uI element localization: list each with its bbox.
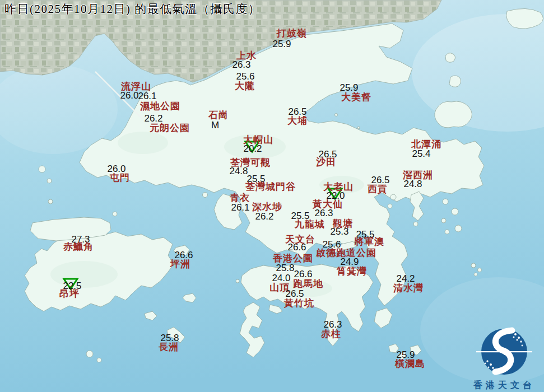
station-label-layer: 25.9打鼓嶺26.3上水25.6大隴26.0流浮山26.1濕地公園26.2元朗… <box>0 0 544 392</box>
station-value: 26.6 <box>294 269 312 279</box>
station-value: 25.6 <box>236 72 254 81</box>
station-value: 26.3 <box>232 60 250 69</box>
station-name: 長洲 <box>159 342 179 352</box>
station-name: 深水埗 <box>252 202 282 212</box>
station-name: 昂坪 <box>59 289 80 298</box>
station-name: 天文台 <box>285 235 315 244</box>
station-name: 大老山 <box>323 182 354 192</box>
hko-logo: 香港天文台 HONG KONG OBSERVATORY <box>469 326 539 392</box>
station-name: 流浮山 <box>121 82 151 91</box>
station-value: 25.9 <box>272 39 291 49</box>
station-name: 清水灣 <box>393 283 424 293</box>
station-value: 26.0 <box>120 91 138 100</box>
station-value: 24.2 <box>396 274 415 283</box>
station-value: 26.1 <box>138 91 156 101</box>
station-name: 屯門 <box>110 173 130 183</box>
station-value: 26.1 <box>231 203 249 212</box>
station-value: 24.9 <box>340 257 359 267</box>
station-name: 滘西洲 <box>403 170 433 180</box>
map-canvas: .land{fill:#ecf8f1;stroke:#93a89e;stroke… <box>0 0 544 392</box>
station-name: 元朗公園 <box>150 123 190 133</box>
station-value: 25.4 <box>412 149 430 158</box>
station-name: 石崗 <box>208 110 229 120</box>
station-name: 香港公園 <box>273 254 313 263</box>
station-name: 將軍澳 <box>354 237 384 246</box>
station-name: 赤柱 <box>321 329 341 339</box>
station-value: 24.8 <box>403 179 422 189</box>
station-name: 大帽山 <box>243 135 273 144</box>
station-name: 打鼓嶺 <box>277 29 307 38</box>
station-value: 25.9 <box>340 83 358 92</box>
station-name: 荃灣城門谷 <box>245 182 296 192</box>
station-name: 青衣 <box>230 193 250 203</box>
station-name: 坪洲 <box>170 259 190 269</box>
hko-logo-chinese: 香港天文台 <box>469 380 539 391</box>
station-name: 大美督 <box>341 92 371 102</box>
station-name: 西貢 <box>368 184 388 194</box>
station-value: 24.0 <box>272 273 290 283</box>
station-value: M <box>211 120 219 130</box>
station-name: 大隴 <box>235 81 255 91</box>
station-name: 黃大仙 <box>313 199 343 209</box>
hko-logo-icon <box>469 326 539 377</box>
station-name: 沙田 <box>316 157 336 167</box>
station-name: 荃灣可觀 <box>230 158 271 167</box>
station-value: 26.2 <box>255 212 273 221</box>
station-name: 濕地公園 <box>140 101 180 111</box>
map-title: 昨日(2025年10月12日) 的最低氣溫（攝氏度） <box>4 1 261 17</box>
station-value: 26.3 <box>323 320 342 329</box>
station-name: 大埔 <box>287 116 308 125</box>
station-name: 筲箕灣 <box>337 267 367 276</box>
station-value: 20.2 <box>243 144 262 153</box>
station-name: 上水 <box>236 51 257 60</box>
station-value: 25.8 <box>276 263 294 273</box>
station-name: 赤鱲角 <box>63 242 94 251</box>
station-name: 觀塘 <box>333 219 353 228</box>
station-name: 北潭涌 <box>411 139 441 149</box>
station-name: 橫瀾島 <box>395 359 425 368</box>
station-value: 26.5 <box>285 289 304 298</box>
station-name: 黃竹坑 <box>284 298 314 308</box>
station-name: 九龍城 <box>295 220 325 229</box>
station-name: 跑馬地 <box>293 279 323 288</box>
station-value: 26.3 <box>314 208 333 218</box>
station-value: 26.2 <box>144 114 162 123</box>
